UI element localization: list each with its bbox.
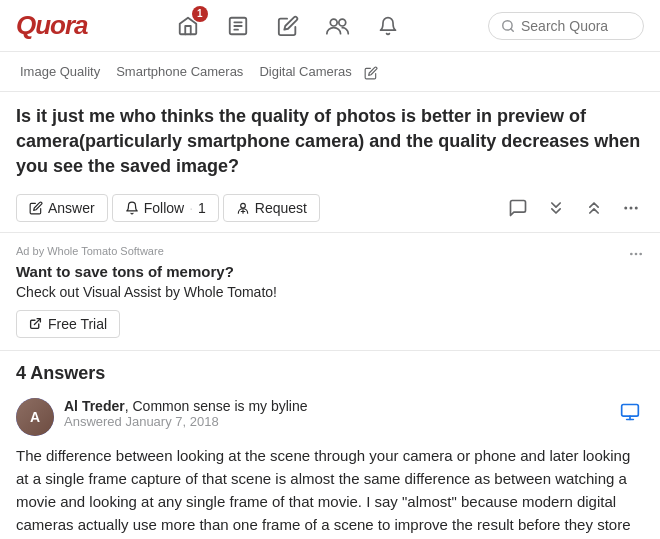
answers-count: 4 Answers: [16, 363, 644, 384]
answers-nav-button[interactable]: [222, 10, 254, 42]
credential-icon-button[interactable]: [616, 398, 644, 426]
more-options-button[interactable]: [618, 195, 644, 221]
free-trial-label: Free Trial: [48, 316, 107, 332]
question-title: Is it just me who thinks the quality of …: [16, 104, 644, 180]
header-nav-icons: 1: [108, 10, 468, 42]
ad-description: Check out Visual Assist by Whole Tomato!: [16, 284, 644, 300]
ad-section: Ad by Whole Tomato Software Want to save…: [0, 233, 660, 351]
logo[interactable]: Quora: [16, 10, 88, 41]
tag-smartphone-cameras[interactable]: Smartphone Cameras: [112, 62, 247, 81]
follow-label: Follow: [144, 200, 184, 216]
answer-author: Al Treder, Common sense is my byline: [64, 398, 606, 414]
answer-label: Answer: [48, 200, 95, 216]
request-button[interactable]: Request: [223, 194, 320, 222]
follow-button[interactable]: Follow · 1: [112, 194, 219, 222]
answer-button[interactable]: Answer: [16, 194, 108, 222]
write-nav-button[interactable]: [272, 10, 304, 42]
comment-icon-button[interactable]: [504, 194, 532, 222]
upvote-icon-button[interactable]: [580, 194, 608, 222]
request-label: Request: [255, 200, 307, 216]
svg-point-16: [639, 253, 642, 256]
notifications-nav-button[interactable]: [372, 10, 404, 42]
svg-point-15: [635, 253, 638, 256]
svg-point-4: [330, 19, 337, 26]
answer-date: Answered January 7, 2018: [64, 414, 606, 429]
svg-rect-18: [622, 404, 639, 416]
svg-point-14: [630, 253, 633, 256]
ad-label: Ad by Whole Tomato Software: [16, 245, 644, 257]
svg-line-17: [34, 319, 40, 325]
answer-meta: Al Treder, Common sense is my byline Ans…: [64, 398, 606, 429]
author-byline: Common sense is my byline: [132, 398, 307, 414]
svg-point-12: [630, 206, 633, 209]
home-nav-button[interactable]: 1: [172, 10, 204, 42]
follow-count: 1: [198, 200, 206, 216]
downvote-icon-button[interactable]: [542, 194, 570, 222]
header: Quora 1: [0, 0, 660, 52]
tag-image-quality[interactable]: Image Quality: [16, 62, 104, 81]
svg-line-7: [511, 28, 514, 31]
svg-point-11: [624, 206, 627, 209]
ad-title: Want to save tons of memory?: [16, 263, 644, 280]
svg-point-8: [241, 203, 246, 208]
action-bar-right: [504, 194, 644, 222]
follow-separator: ·: [189, 200, 193, 216]
ad-more-button[interactable]: [628, 245, 644, 263]
tag-digital-cameras[interactable]: Digital Cameras: [255, 62, 355, 81]
people-nav-button[interactable]: [322, 10, 354, 42]
free-trial-button[interactable]: Free Trial: [16, 310, 120, 338]
avatar: A: [16, 398, 54, 436]
search-bar[interactable]: [488, 12, 644, 40]
answer-item: A Al Treder, Common sense is my byline A…: [16, 398, 644, 539]
home-badge: 1: [192, 6, 208, 22]
svg-point-13: [635, 206, 638, 209]
topic-tags-bar: Image Quality Smartphone Cameras Digital…: [0, 52, 660, 92]
edit-topics-button[interactable]: [364, 63, 378, 80]
answer-text: The difference between looking at the sc…: [16, 444, 644, 539]
search-input[interactable]: [521, 18, 631, 34]
svg-point-5: [339, 19, 346, 26]
answer-header: A Al Treder, Common sense is my byline A…: [16, 398, 644, 436]
action-bar: Answer Follow · 1 Request: [0, 194, 660, 233]
question-section: Is it just me who thinks the quality of …: [0, 92, 660, 180]
answers-section: 4 Answers A Al Treder, Common sense is m…: [0, 351, 660, 539]
